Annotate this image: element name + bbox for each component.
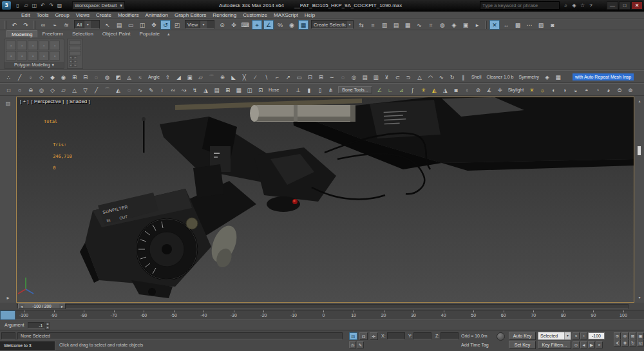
sunlight-icon[interactable]: ☼ bbox=[538, 85, 547, 95]
render-setup-icon[interactable]: ◈ bbox=[449, 20, 459, 30]
modifier-mesh-icon[interactable]: ▦ bbox=[234, 85, 243, 95]
ribbon-tool-icon[interactable]: ▪ bbox=[50, 51, 60, 61]
ribbon-tool-icon[interactable]: ▪ bbox=[50, 41, 60, 50]
menu-tools[interactable]: Tools bbox=[33, 12, 52, 18]
effects-icon[interactable]: ◒ bbox=[571, 85, 580, 95]
muscle-icon[interactable]: ▮ bbox=[304, 85, 314, 95]
ribbon-grid-tool-icon[interactable]: ▪ bbox=[69, 60, 73, 63]
spinner-snap-icon[interactable]: ◉ bbox=[287, 20, 297, 30]
ribbon-tool-icon[interactable]: ▪ bbox=[28, 51, 38, 61]
x-field[interactable] bbox=[387, 332, 405, 339]
redo-icon[interactable]: ↷ bbox=[21, 20, 31, 30]
swift-loop-icon[interactable]: ∥ bbox=[459, 72, 468, 82]
ribbon-tool-icon[interactable]: ▪ bbox=[6, 41, 16, 50]
select-similar-icon[interactable]: ≈ bbox=[135, 72, 145, 82]
spline-text-icon[interactable]: ✎ bbox=[146, 85, 156, 95]
ribbon-grid-tool-icon[interactable]: ▪ bbox=[73, 64, 77, 67]
scroll-thumb[interactable] bbox=[638, 146, 641, 155]
create-cylinder-icon[interactable]: ⊖ bbox=[26, 85, 35, 95]
make-planar-icon[interactable]: ▭ bbox=[294, 72, 304, 82]
array-icon[interactable]: ▩ bbox=[513, 20, 523, 30]
modifier-bend-icon[interactable]: ↝ bbox=[179, 85, 189, 95]
vertex-mode-icon[interactable]: ∴ bbox=[4, 72, 14, 82]
inset-icon[interactable]: ▣ bbox=[185, 72, 194, 82]
bridge-icon[interactable]: ⌒ bbox=[207, 72, 216, 82]
modifier-lattice-icon[interactable]: ▤ bbox=[212, 85, 222, 95]
selection-lock-icon[interactable]: Ω bbox=[359, 332, 368, 340]
unlink-selection-icon[interactable]: ⌁ bbox=[50, 20, 60, 30]
search-icon[interactable]: ⌕ bbox=[562, 1, 570, 10]
viewport-grab-icon[interactable]: ◙ bbox=[547, 20, 558, 30]
edit-named-selection-sets-icon[interactable]: ▦ bbox=[298, 20, 308, 30]
element-mode-icon[interactable]: ◆ bbox=[48, 72, 57, 82]
menu-rendering[interactable]: Rendering bbox=[209, 12, 240, 18]
prev-key-icon[interactable]: ◄ bbox=[580, 341, 587, 348]
fov-icon[interactable]: ∢ bbox=[614, 339, 621, 346]
by-angle-icon[interactable]: ◬ bbox=[124, 72, 134, 82]
measure-distance-icon[interactable]: ↔ bbox=[501, 20, 511, 30]
menu-customize[interactable]: Customize bbox=[240, 12, 270, 18]
add-time-tag[interactable]: Add Time Tag bbox=[461, 343, 489, 347]
menu-edit[interactable]: Edit bbox=[18, 12, 33, 18]
scroll-up-icon[interactable]: ▴ bbox=[636, 99, 643, 104]
edge-loop-icon[interactable]: ◌ bbox=[91, 72, 101, 82]
zoom-extents-icon[interactable]: ⊠ bbox=[629, 332, 636, 339]
frame-back-icon[interactable]: ◂ bbox=[19, 304, 24, 308]
view-align-icon[interactable]: ⊡ bbox=[305, 72, 315, 82]
light-tracer-icon[interactable]: ◕ bbox=[603, 85, 613, 95]
open-file-icon[interactable]: ▱ bbox=[22, 1, 30, 10]
detach-icon[interactable]: ⊃ bbox=[404, 72, 413, 82]
auto-repeat-highlight[interactable]: with Auto Repeat Mesh Insp bbox=[573, 73, 634, 81]
toolbar-drag-handle[interactable] bbox=[5, 21, 6, 29]
ribbon-grid-tool-icon[interactable]: ▪ bbox=[69, 56, 73, 59]
ribbon-mini-tool-icon[interactable] bbox=[69, 46, 81, 50]
menu-group[interactable]: Group bbox=[52, 12, 72, 18]
use-nurms-icon[interactable]: ∿ bbox=[437, 72, 446, 82]
keyboard-override-icon[interactable]: ⌨ bbox=[240, 20, 251, 30]
modifier-shell-icon[interactable]: ◫ bbox=[245, 85, 254, 95]
help-icon[interactable]: ? bbox=[587, 1, 595, 10]
y-field[interactable] bbox=[413, 332, 431, 339]
panel-label[interactable]: Polygon Modeling ▾ bbox=[5, 62, 64, 68]
maxscript-mini-icon[interactable]: ✎ bbox=[357, 341, 364, 348]
redo-icon[interactable]: ↷ bbox=[47, 1, 55, 10]
ignore-backfacing-icon[interactable]: ◩ bbox=[113, 72, 123, 82]
select-and-link-icon[interactable]: ∞ bbox=[38, 20, 48, 30]
environment-icon[interactable]: ◑ bbox=[560, 85, 569, 95]
track-bar[interactable]: ◂ -100 / 200 ▸ bbox=[0, 303, 644, 310]
timeline-ruler[interactable]: -100-90-80-70-60-50-40-30-20-10010203040… bbox=[0, 310, 644, 320]
key-selection-dropdown[interactable]: Selected ▼ bbox=[538, 332, 571, 340]
modifier-wave-icon[interactable]: ≀ bbox=[157, 85, 167, 95]
edit-bone-icon[interactable]: ∟ bbox=[386, 85, 395, 95]
shell-label[interactable]: Shell bbox=[471, 75, 482, 79]
search-input[interactable] bbox=[480, 3, 559, 8]
workspace-dropdown[interactable]: Workspace: Default ▾ bbox=[72, 1, 125, 10]
maxscript-mini-listener[interactable] bbox=[1, 332, 15, 339]
menu-modifiers[interactable]: Modifiers bbox=[115, 12, 142, 18]
go-to-start-icon[interactable]: « bbox=[573, 332, 580, 339]
select-by-name-icon[interactable]: ▤ bbox=[114, 20, 124, 30]
communication-center-icon[interactable]: ◈ bbox=[570, 1, 578, 10]
rectangular-region-icon[interactable]: ▭ bbox=[126, 20, 136, 30]
ribbon-tool-icon[interactable]: ▪ bbox=[17, 51, 27, 61]
zoom-all-icon[interactable]: ⊛ bbox=[621, 332, 629, 339]
zoom-extents-all-icon[interactable]: ▣ bbox=[637, 332, 644, 339]
ribbon-grid-tool-icon[interactable]: ▪ bbox=[73, 60, 77, 63]
spline-line-icon[interactable]: ╱ bbox=[91, 85, 101, 95]
hinge-icon[interactable]: ⌐ bbox=[272, 72, 282, 82]
ribbon-mini-tool-icon[interactable] bbox=[69, 41, 81, 45]
omni-light-icon[interactable]: ✳ bbox=[419, 85, 428, 95]
ribbon-grid-tool-icon[interactable]: ▪ bbox=[69, 64, 73, 67]
viewport-plus-menu[interactable]: [ + ] bbox=[20, 99, 29, 104]
menu-create[interactable]: Create bbox=[93, 12, 115, 18]
mini-curve-editor-button[interactable] bbox=[0, 310, 15, 320]
ribbon-tool-icon[interactable]: ▪ bbox=[39, 41, 49, 50]
extrude-icon[interactable]: ⇧ bbox=[163, 72, 173, 82]
snaps-toggle-icon[interactable]: ⌖ bbox=[252, 20, 262, 30]
protractor-helper-icon[interactable]: ∡ bbox=[484, 85, 494, 95]
save-file-icon[interactable]: ◫ bbox=[30, 1, 39, 10]
argument-field[interactable]: -1 bbox=[28, 322, 44, 328]
select-and-manipulate-icon[interactable]: ✜ bbox=[229, 20, 239, 30]
create-sphere-icon[interactable]: ○ bbox=[15, 85, 24, 95]
viewport-canvas[interactable]: SUNFILTER IN OUT bbox=[17, 97, 634, 302]
